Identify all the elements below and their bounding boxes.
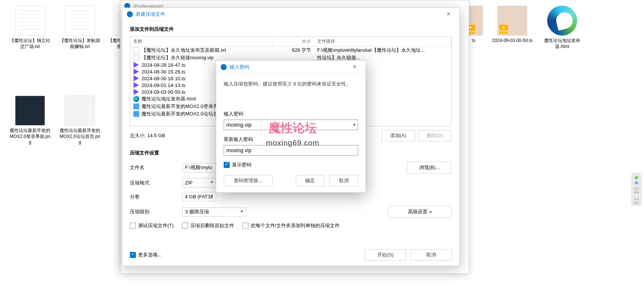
play-icon: ▶Player [499, 25, 508, 34]
enter-password-label: 输入密码 [224, 111, 358, 117]
txt-icon [133, 47, 139, 53]
cancel-button[interactable]: 取消 [330, 175, 358, 186]
ts-icon [133, 82, 139, 88]
separate-archives-checkbox[interactable]: 把每个文件/文件夹添加到单独的压缩文件 [242, 222, 340, 229]
png-icon [133, 111, 139, 117]
txt-icon [133, 55, 139, 61]
test-archive-checkbox[interactable]: 测试压缩文件(T) [130, 222, 174, 229]
desktop-icon[interactable]: 【魔性论坛】发帖就能赚钱.txt [59, 6, 101, 49]
table-row[interactable]: 【魔性论坛】永久地址发布页及邮箱.txt628 字节F:\视频\mylove\l… [130, 46, 451, 54]
col-name[interactable]: 名称 [130, 37, 273, 46]
ts-icon [133, 89, 139, 95]
desktop-icon-label: 【魔性论坛】发帖就能赚钱.txt [59, 38, 101, 49]
dialog-title: 新建压缩文件 [136, 11, 442, 18]
password-confirm-input[interactable] [224, 145, 358, 156]
file-icon [15, 96, 45, 126]
password-hint: 输入压缩包密码。建议使用至少 8 位的密码来保证安全性。 [224, 80, 358, 88]
desktop-icon-label: 魔性论坛最新开发的MOX2.0登录界面.png [9, 128, 51, 145]
reenter-password-label: 重新输入密码 [224, 136, 358, 143]
chevron-down-icon[interactable]: ▾ [353, 122, 356, 127]
password-manager-button[interactable]: 密码管理器... [224, 175, 272, 186]
filename-label: 文件名 [130, 164, 182, 171]
split-select[interactable] [182, 192, 216, 201]
split-label: 分卷 [130, 193, 182, 200]
close-icon[interactable]: × [348, 63, 361, 71]
desktop-icon[interactable]: ▶Player2024-09-03 00-50.ts [492, 6, 533, 44]
html-icon [133, 96, 139, 102]
ok-button[interactable]: 确定 [296, 175, 324, 186]
show-password-checkbox[interactable]: 显示密码 [224, 162, 358, 168]
delete-after-checkbox[interactable]: 压缩后删除原始文件 [182, 222, 234, 229]
desktop-icon[interactable]: 魔性论坛最新开发的MOX2.0登录界面.png [9, 96, 51, 145]
add-button[interactable]: 添加(A) [382, 130, 415, 141]
add-files-header: 添加文件到压缩文件 [130, 26, 452, 33]
desktop-icon[interactable]: 魔性论坛地址发布器.html [542, 6, 583, 49]
delete-button[interactable]: 删除(D) [418, 130, 452, 141]
col-path[interactable]: 文件路径 [314, 37, 451, 46]
filename-input[interactable] [182, 163, 216, 172]
more-options-checkbox[interactable]: 更多选项... [130, 252, 162, 258]
advanced-button[interactable]: 高级设置 » [388, 206, 452, 218]
file-icon [65, 6, 95, 36]
level-select[interactable] [182, 207, 246, 217]
password-dialog: 输入密码 × 输入压缩包密码。建议使用至少 8 位的密码来保证安全性。 输入密码… [216, 60, 366, 193]
format-select[interactable] [182, 178, 216, 187]
status-dot-green [635, 176, 638, 179]
network-gadget[interactable]: 0.2 K/s 0.0 K/s [631, 172, 642, 206]
dialog-icon [221, 64, 227, 70]
format-label: 压缩格式 [130, 180, 182, 186]
file-icon [15, 6, 45, 36]
desktop-icon[interactable]: 【魔性论坛】独立社交广场.txt [9, 6, 51, 49]
edge-icon [547, 6, 577, 36]
browse-button[interactable]: 浏览(B)... [407, 162, 452, 174]
desktop-icon[interactable]: 魔性论坛最新开发的MOX2.0论坛首页.png [59, 96, 101, 145]
password-input[interactable] [224, 120, 358, 130]
file-icon [65, 96, 95, 126]
ts-icon [133, 75, 139, 81]
ts-icon [133, 69, 139, 75]
ts-icon [133, 62, 139, 68]
desktop-icon-label: 魔性论坛最新开发的MOX2.0论坛首页.png [59, 128, 101, 145]
desktop-icon-label: 【魔性论坛】独立社交广场.txt [9, 38, 51, 49]
dialog-icon [127, 11, 133, 17]
level-label: 压缩级别 [130, 208, 182, 215]
password-dialog-title: 输入密码 [230, 64, 348, 70]
cancel-button[interactable]: 取消 [411, 249, 452, 261]
status-dot-blue [635, 181, 638, 184]
desktop-icon-label: 2024-09-03 00-50.ts [492, 38, 533, 44]
png-icon [133, 103, 139, 109]
desktop-icon-label: 魔性论坛地址发布器.html [542, 38, 583, 49]
start-button[interactable]: 开始(S) [365, 249, 406, 261]
col-size[interactable]: 大小 [273, 37, 314, 46]
close-icon[interactable]: × [442, 10, 455, 18]
total-size: 总大小: 14.5 GB [130, 132, 165, 139]
